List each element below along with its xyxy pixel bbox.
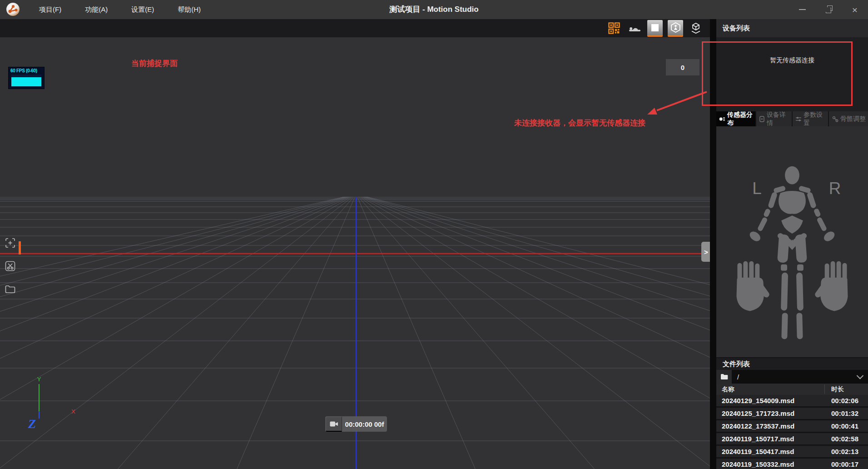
skeleton-adjust-icon bbox=[832, 116, 838, 122]
window-controls: × bbox=[789, 0, 868, 19]
scene-view-button[interactable] bbox=[688, 20, 704, 37]
tab-sensor-distribution[interactable]: 传感器分布 bbox=[716, 111, 755, 126]
axis-x-label: X bbox=[71, 408, 75, 415]
current-path-field[interactable]: / bbox=[732, 370, 868, 384]
folder-open-icon bbox=[720, 374, 728, 380]
body-silhouette: L R bbox=[716, 126, 868, 357]
axis-y-label: Y bbox=[37, 376, 41, 383]
sensor-distribution-icon bbox=[719, 116, 725, 122]
minimize-button[interactable] bbox=[789, 0, 815, 19]
file-duration: 00:00:41 bbox=[831, 420, 858, 432]
bed-icon bbox=[628, 24, 641, 33]
app-logo-icon bbox=[6, 2, 20, 16]
folder-icon bbox=[5, 285, 15, 294]
cube-person-icon bbox=[670, 22, 681, 33]
body-right-label: R bbox=[829, 179, 841, 198]
annotation-capture-view: 当前捕捉界面 bbox=[131, 58, 178, 69]
right-hand-silhouette bbox=[814, 261, 848, 311]
sensor-counter: 0 bbox=[666, 59, 699, 75]
menu-function[interactable]: 功能(A) bbox=[73, 0, 119, 19]
no-sensor-message: 暂无传感器连接 bbox=[770, 56, 814, 64]
restore-icon bbox=[826, 8, 831, 13]
file-name: 20240125_171723.msd bbox=[722, 408, 794, 419]
open-folder-button[interactable] bbox=[5, 284, 15, 294]
panel-divider[interactable] bbox=[710, 19, 716, 469]
close-icon: × bbox=[852, 5, 858, 15]
browse-folder-button[interactable] bbox=[716, 370, 732, 384]
column-name[interactable]: 名称 bbox=[722, 384, 734, 395]
timecode-display: 00:00:00 00f bbox=[342, 416, 387, 432]
file-row[interactable]: 20240125_171723.msd 00:01:32 bbox=[716, 408, 868, 419]
file-name: 20240119_150417.msd bbox=[722, 446, 794, 457]
column-divider bbox=[824, 384, 825, 394]
restore-button[interactable] bbox=[815, 0, 842, 19]
tab-label: 骨骼调整 bbox=[840, 115, 866, 123]
tab-device-details[interactable]: 设备详情 bbox=[756, 111, 792, 126]
calibration-button[interactable] bbox=[606, 20, 622, 37]
menu-project[interactable]: 项目(F) bbox=[27, 0, 73, 19]
focus-target-button[interactable] bbox=[5, 237, 15, 248]
file-row[interactable]: 20240119_150717.msd 00:02:58 bbox=[716, 433, 868, 444]
viewport-3d[interactable]: 60 FPS (0-60) 当前捕捉界面 0 > bbox=[0, 37, 711, 469]
fps-monitor: 60 FPS (0-60) bbox=[8, 67, 45, 89]
file-duration: 00:02:13 bbox=[831, 446, 858, 457]
file-table-header: 名称 时长 bbox=[716, 384, 868, 395]
menu-help[interactable]: 帮助(H) bbox=[166, 0, 213, 19]
tab-skeleton-adjust[interactable]: 骨骼调整 bbox=[829, 111, 868, 126]
file-list: 20240129_154009.msd 00:02:06 20240125_17… bbox=[716, 395, 868, 469]
annotation-no-receiver-note: 未连接接收器，会显示暂无传感器连接 bbox=[514, 118, 645, 128]
file-row[interactable]: 20240122_173537.msd 00:00:41 bbox=[716, 420, 868, 432]
qr-calibration-icon bbox=[608, 22, 620, 34]
stop-icon bbox=[651, 24, 659, 31]
device-list-empty-area: 暂无传感器连接 bbox=[716, 37, 868, 111]
viewport-toolbar bbox=[0, 19, 711, 37]
device-details-icon bbox=[759, 116, 765, 122]
scissors-icon bbox=[5, 261, 15, 271]
file-name: 20240122_173537.msd bbox=[722, 420, 794, 432]
file-row[interactable]: 20240119_150332.msd 00:00:17 bbox=[716, 459, 868, 469]
clip-cut-button[interactable] bbox=[5, 260, 15, 271]
panel-tab-strip: 传感器分布 设备详情 参数设置 骨骼调整 bbox=[716, 111, 868, 126]
axis-z-label: Z bbox=[28, 417, 36, 431]
file-duration: 00:02:58 bbox=[831, 433, 858, 444]
minimize-icon bbox=[799, 9, 806, 10]
file-duration: 00:01:32 bbox=[831, 408, 858, 419]
file-list-header: 文件列表 bbox=[716, 358, 868, 370]
capture-volume-button[interactable] bbox=[668, 20, 683, 37]
chevron-down-icon[interactable] bbox=[857, 372, 864, 379]
tab-parameter-settings[interactable]: 参数设置 bbox=[793, 111, 828, 126]
file-path-row: / bbox=[716, 370, 868, 384]
file-name: 20240119_150717.msd bbox=[722, 433, 794, 444]
video-camera-icon bbox=[330, 421, 338, 427]
axis-gizmo: Y X Z bbox=[18, 374, 77, 437]
tab-label: 传感器分布 bbox=[727, 111, 753, 126]
ground-grid bbox=[0, 37, 711, 469]
title-bar: 项目(F) 功能(A) 设置(E) 帮助(H) 测试项目 - Motion St… bbox=[0, 0, 868, 19]
panel-expand-handle[interactable]: > bbox=[701, 242, 711, 262]
parameter-settings-icon bbox=[795, 116, 802, 122]
fps-graph-bar bbox=[11, 77, 41, 86]
close-button[interactable]: × bbox=[842, 0, 868, 19]
column-duration[interactable]: 时长 bbox=[831, 384, 844, 395]
motion-studio-window: { "window": { "title": "测试项目 - Motion St… bbox=[0, 0, 868, 469]
path-value: / bbox=[737, 373, 739, 381]
focus-icon bbox=[5, 238, 15, 248]
file-duration: 00:02:06 bbox=[831, 395, 858, 406]
menu-bar: 项目(F) 功能(A) 设置(E) 帮助(H) bbox=[27, 0, 213, 19]
menu-settings[interactable]: 设置(E) bbox=[119, 0, 166, 19]
file-row[interactable]: 20240119_150417.msd 00:02:13 bbox=[716, 446, 868, 457]
file-name: 20240119_150332.msd bbox=[722, 459, 794, 469]
file-name: 20240129_154009.msd bbox=[722, 395, 794, 406]
file-duration: 00:00:17 bbox=[831, 459, 858, 469]
rest-pose-button[interactable] bbox=[627, 20, 642, 37]
viewport-side-tools bbox=[5, 237, 15, 294]
axis-origin-marker bbox=[19, 241, 21, 254]
sensor-body-map: L R bbox=[716, 126, 868, 357]
stop-capture-button[interactable] bbox=[647, 20, 663, 37]
left-hand-silhouette bbox=[736, 261, 770, 311]
file-row[interactable]: 20240129_154009.msd 00:02:06 bbox=[716, 395, 868, 406]
timecode-widget: 00:00:00 00f bbox=[325, 416, 387, 432]
fps-label: 60 FPS (0-60) bbox=[10, 68, 37, 73]
record-camera-button[interactable] bbox=[325, 416, 342, 432]
tab-label: 设备详情 bbox=[767, 111, 789, 126]
